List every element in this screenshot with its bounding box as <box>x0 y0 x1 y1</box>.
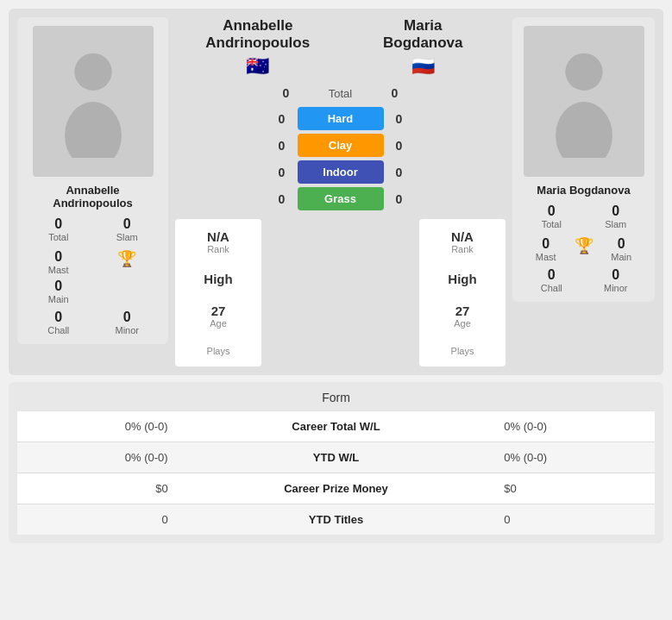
right-player-card: Maria Bogdanova 0 Total 0 Slam 0 Mast <box>512 17 655 302</box>
clay-row: 0 Clay 0 <box>273 134 408 157</box>
right-avatar-silhouette <box>545 46 623 158</box>
right-slam-label: Slam <box>605 219 626 229</box>
right-age-item: 27 Age <box>454 304 471 329</box>
right-chall-value: 0 <box>548 267 556 283</box>
left-chall-label: Chall <box>47 325 69 335</box>
right-slam-cell: 0 Slam <box>586 204 647 229</box>
right-total-value: 0 <box>548 204 556 219</box>
total-label: Total <box>302 87 380 100</box>
right-player-avatar <box>524 26 644 177</box>
grass-button: Grass <box>298 187 384 210</box>
grass-row: 0 Grass 0 <box>273 187 408 210</box>
top-row: Annabelle Andrinopoulos 0 Total 0 Slam <box>17 17 655 366</box>
form-row-3: 0 YTD Titles 0 <box>17 504 655 535</box>
right-mast-cell: 0 Mast <box>521 236 571 262</box>
left-chall-cell: 0 Chall <box>26 310 91 335</box>
names-flags-row: Annabelle Andrinopoulos 🇦🇺 Maria Bogdano… <box>175 17 506 78</box>
right-main-label: Main <box>611 252 631 262</box>
clay-right: 0 <box>391 139 408 153</box>
indoor-right: 0 <box>391 166 408 179</box>
right-plays-item: Plays <box>451 346 474 356</box>
left-main-label: Main <box>48 294 69 304</box>
indoor-left: 0 <box>273 166 291 179</box>
left-plays-item: Plays <box>207 346 230 356</box>
right-high-item: High <box>448 272 476 286</box>
form-row-2-left: $0 <box>17 473 179 504</box>
form-row-0-left: 0% (0-0) <box>17 411 179 442</box>
left-flag: 🇦🇺 <box>175 55 341 78</box>
right-age-lbl: Age <box>454 318 471 329</box>
left-main-value: 0 <box>54 279 62 294</box>
right-high-val: High <box>448 272 476 286</box>
trophy-center: 🏆 <box>95 249 160 275</box>
form-section: Form 0% (0-0) Career Total W/L 0% (0-0) … <box>9 382 663 543</box>
left-minor-value: 0 <box>123 310 131 325</box>
right-total-cell: 0 Total <box>521 204 582 229</box>
left-high-item: High <box>204 272 232 286</box>
left-high-val: High <box>204 272 232 286</box>
left-rank-val: N/A <box>207 229 229 244</box>
right-mast-value: 0 <box>542 236 550 252</box>
left-center-name: Annabelle Andrinopoulos <box>175 17 341 52</box>
clay-left: 0 <box>273 139 291 153</box>
hard-row: 0 Hard 0 <box>273 107 408 130</box>
svg-point-0 <box>74 53 111 90</box>
right-rank-item: N/A Rank <box>451 229 474 254</box>
right-minor-label: Minor <box>604 283 628 293</box>
right-stats-row-2: 0 Mast 🏆 0 Main <box>521 236 646 262</box>
stat-boxes-row: N/A Rank High 27 Age Plays <box>175 219 506 366</box>
grass-left: 0 <box>273 192 291 206</box>
right-chall-label: Chall <box>541 283 562 293</box>
form-table: 0% (0-0) Career Total W/L 0% (0-0) 0% (0… <box>17 411 655 535</box>
right-flag: 🇷🇺 <box>341 55 506 78</box>
right-minor-cell: 0 Minor <box>586 267 647 293</box>
right-mast-label: Mast <box>536 252 556 262</box>
center-column: Annabelle Andrinopoulos 🇦🇺 Maria Bogdano… <box>168 17 512 366</box>
hard-button: Hard <box>298 107 384 130</box>
left-main-cell: 0 Main <box>26 279 91 304</box>
right-age-val: 27 <box>455 304 470 318</box>
comparison-wrapper: Annabelle Andrinopoulos 0 Total 0 Slam <box>9 9 663 375</box>
left-minor-cell: 0 Minor <box>95 310 160 335</box>
right-stats-grid: 0 Total 0 Slam <box>521 204 646 229</box>
right-name-block: Maria Bogdanova 🇷🇺 <box>341 17 506 78</box>
right-total-label: Total <box>542 219 562 229</box>
form-row-0-center: Career Total W/L <box>179 411 494 442</box>
left-slam-cell: 0 Slam <box>95 216 160 242</box>
form-row-3-center: YTD Titles <box>179 504 494 535</box>
form-row-3-left: 0 <box>17 504 179 535</box>
right-minor-value: 0 <box>612 267 619 283</box>
left-player-card: Annabelle Andrinopoulos 0 Total 0 Slam <box>17 17 168 344</box>
right-rank-val: N/A <box>451 229 474 244</box>
right-main-value: 0 <box>618 236 625 252</box>
right-player-name: Maria Bogdanova <box>537 184 630 197</box>
left-minor-label: Minor <box>115 325 139 335</box>
left-stats-row-2: 0 Mast 🏆 0 Main <box>26 249 160 304</box>
right-center-name: Maria Bogdanova <box>341 17 506 52</box>
svg-point-2 <box>565 53 602 90</box>
left-slam-value: 0 <box>123 216 131 232</box>
left-total-value: 0 <box>54 216 62 232</box>
indoor-button: Indoor <box>298 160 384 184</box>
svg-point-3 <box>556 102 612 158</box>
left-player-avatar <box>33 26 154 177</box>
form-row-2-right: $0 <box>493 473 655 504</box>
right-stats-row-3: 0 Chall 0 Minor <box>521 267 646 293</box>
form-row-0-right: 0% (0-0) <box>493 411 655 442</box>
form-row-1-center: YTD W/L <box>179 442 494 473</box>
left-age-val: 27 <box>211 304 226 318</box>
left-player-name: Annabelle Andrinopoulos <box>53 184 132 210</box>
left-chall-value: 0 <box>54 310 62 325</box>
total-left-score: 0 <box>278 86 295 100</box>
total-row: 0 Total 0 <box>278 86 404 100</box>
form-row-0: 0% (0-0) Career Total W/L 0% (0-0) <box>17 411 655 442</box>
left-rank-lbl: Rank <box>207 244 229 254</box>
form-row-2: $0 Career Prize Money $0 <box>17 473 655 504</box>
left-stats-row-3: 0 Chall 0 Minor <box>26 310 160 335</box>
left-age-item: 27 Age <box>210 304 227 329</box>
left-rank-item: N/A Rank <box>207 229 229 254</box>
right-chall-cell: 0 Chall <box>521 267 582 293</box>
clay-button: Clay <box>298 134 384 157</box>
left-age-lbl: Age <box>210 318 227 329</box>
right-plays-val: Plays <box>451 346 474 356</box>
